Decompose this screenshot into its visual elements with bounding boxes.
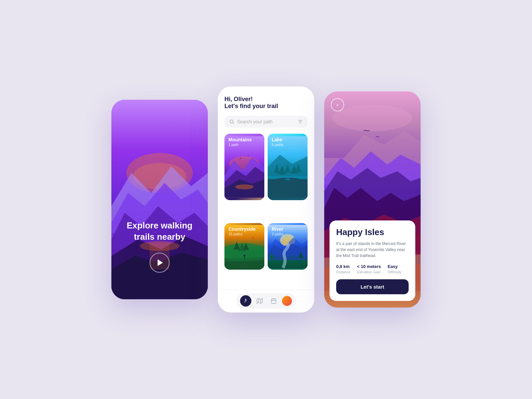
trail-card-river[interactable]: River 2 paths (268, 223, 308, 270)
stat-distance: 0,8 km Distance (336, 264, 350, 274)
svg-rect-31 (268, 179, 308, 198)
svg-point-59 (332, 105, 412, 131)
detail-description: It's a pair of islands in the Merced Riv… (336, 241, 409, 259)
filter-icon[interactable] (298, 119, 303, 124)
svg-point-50 (245, 299, 246, 300)
detail-title: Happy Isles (336, 227, 409, 237)
stat-difficulty-label: Difficulty (388, 270, 401, 274)
calendar-icon (271, 298, 277, 304)
lake-paths: 5 paths (272, 143, 284, 147)
river-paths: 2 paths (272, 232, 284, 236)
start-button[interactable]: Let's start (336, 279, 409, 294)
river-label: River 2 paths (272, 226, 284, 236)
detail-stats: 0,8 km Distance < 10 meters Elevation Ga… (336, 264, 409, 274)
trail-card-mountains[interactable]: ✦ ✦ Mountains 1 path (224, 134, 264, 200)
phone-trail-detail: 〜 〜 ‹ Happy Isles It's a pair of islands… (324, 91, 421, 308)
splash-background: Explore walkingtrails nearby (111, 100, 208, 299)
svg-point-20 (235, 185, 253, 190)
bottom-nav (218, 290, 314, 313)
bird-2: 〜 (375, 135, 380, 139)
search-icon (229, 119, 234, 124)
phones-container: Explore walkingtrails nearby Hi, Oliver!… (111, 86, 421, 313)
svg-marker-51 (257, 299, 263, 304)
nav-avatar[interactable] (282, 296, 292, 306)
search-placeholder-text: Search your path (237, 119, 295, 124)
svg-rect-54 (271, 299, 276, 304)
nav-item-trails[interactable] (240, 295, 251, 307)
stat-distance-label: Distance (336, 270, 350, 274)
splash-content: Explore walkingtrails nearby (111, 220, 208, 273)
stat-elevation-label: Elevation Gain (357, 270, 381, 274)
stat-elevation-value: < 10 meters (357, 264, 381, 269)
countryside-paths: 15 paths (228, 232, 256, 236)
countryside-name: Countryside (228, 226, 256, 232)
phone-splash: Explore walkingtrails nearby (111, 100, 208, 299)
mountains-name: Mountains (228, 137, 252, 143)
svg-text:✦: ✦ (252, 237, 254, 239)
svg-point-38 (243, 255, 245, 257)
svg-text:✦: ✦ (247, 155, 249, 157)
detail-card: Happy Isles It's a pair of islands in th… (330, 220, 415, 301)
search-bar[interactable]: Search your path (224, 116, 308, 128)
stat-difficulty: Easy Difficulty (388, 264, 401, 274)
back-button[interactable]: ‹ (331, 98, 344, 111)
nav-pill (236, 293, 296, 309)
phone-trail-list: Hi, Oliver! Let's find your trail Search… (218, 86, 314, 313)
stat-distance-value: 0,8 km (336, 264, 350, 269)
stat-elevation: < 10 meters Elevation Gain (357, 264, 381, 274)
greeting-sub: Let's find your trail (224, 103, 308, 110)
detail-background: 〜 〜 ‹ Happy Isles It's a pair of islands… (324, 91, 421, 308)
play-icon (158, 259, 163, 266)
trail-card-lake[interactable]: Lake 5 paths (268, 134, 308, 200)
river-name: River (272, 226, 284, 232)
splash-title: Explore walkingtrails nearby (117, 220, 202, 243)
nav-item-calendar[interactable] (268, 295, 279, 307)
trail-card-countryside[interactable]: ✦ Countryside 15 paths (224, 223, 264, 270)
bird-1: 〜 (363, 128, 370, 134)
stat-difficulty-value: Easy (388, 264, 401, 269)
map-icon (257, 298, 263, 304)
lake-label: Lake 5 paths (272, 137, 284, 147)
back-chevron-icon: ‹ (336, 102, 338, 108)
lake-name: Lake (272, 137, 284, 143)
mountains-paths: 1 path (228, 143, 252, 147)
play-button[interactable] (150, 253, 170, 273)
svg-point-10 (230, 120, 233, 123)
svg-line-11 (233, 123, 234, 124)
countryside-label: Countryside 15 paths (228, 226, 256, 236)
nav-item-map[interactable] (254, 295, 265, 307)
greeting-hi: Hi, Oliver! (224, 96, 308, 103)
svg-point-32 (285, 178, 290, 180)
trails-icon (243, 298, 248, 304)
svg-text:✦: ✦ (240, 157, 242, 160)
greeting: Hi, Oliver! Let's find your trail (224, 96, 308, 110)
trail-grid: ✦ ✦ Mountains 1 path (224, 134, 308, 289)
mountains-label: Mountains 1 path (228, 137, 252, 147)
